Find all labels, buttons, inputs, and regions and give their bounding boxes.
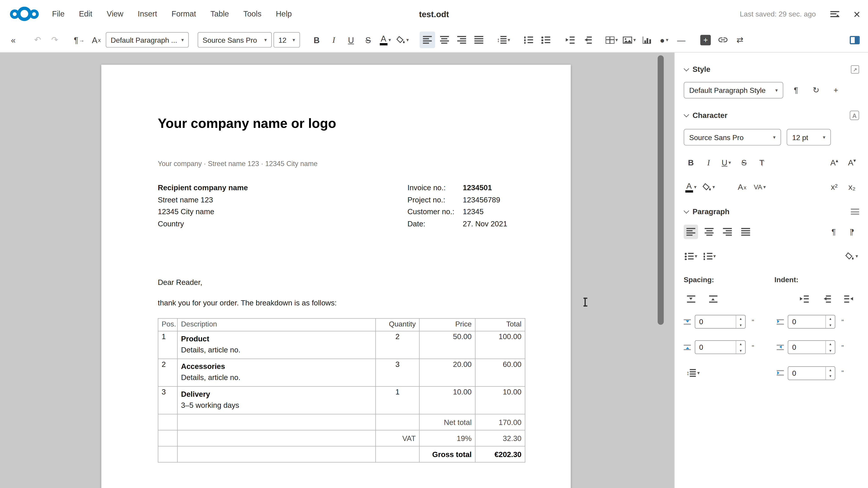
paragraph-dialog-icon[interactable] — [851, 208, 859, 215]
spin-down-icon[interactable]: ▾ — [826, 322, 835, 328]
undo-button[interactable]: ↶ — [30, 32, 45, 48]
sidebar-align-right-button[interactable] — [720, 225, 735, 239]
menu-file[interactable]: File — [52, 9, 64, 18]
shrink-font-button[interactable]: A▾ — [845, 156, 859, 170]
spin-down-icon[interactable]: ▾ — [736, 347, 745, 354]
bullet-list-button[interactable] — [538, 32, 553, 48]
collapse-toolbar-button[interactable]: « — [5, 32, 21, 48]
sidebar-bullet-list-button[interactable]: ▾ — [684, 249, 698, 263]
ordered-list-button[interactable] — [521, 32, 536, 48]
spin-down-icon[interactable]: ▾ — [826, 373, 835, 379]
track-changes-button[interactable]: ⇄ — [732, 32, 748, 48]
superscript-button[interactable]: x² — [827, 180, 842, 194]
subscript-button[interactable]: x₂ — [845, 180, 859, 194]
sidebar-align-center-button[interactable] — [702, 225, 716, 239]
menu-insert[interactable]: Insert — [138, 9, 157, 18]
sidebar-italic-button[interactable]: I — [702, 156, 716, 170]
paragraph-background-button[interactable]: ▾ — [844, 249, 859, 263]
vertical-scrollbar[interactable] — [657, 55, 664, 325]
insert-special-button[interactable]: + — [698, 32, 713, 48]
close-icon[interactable]: × — [854, 8, 860, 20]
insert-table-button[interactable]: ▾ — [604, 32, 620, 48]
spin-up-icon[interactable]: ▴ — [736, 341, 745, 347]
sidebar-clear-formatting-button[interactable]: Ax — [735, 180, 749, 194]
menu-edit[interactable]: Edit — [79, 9, 92, 18]
indent-before-stepper[interactable]: ▴▾ — [788, 315, 835, 328]
sidebar-decrease-indent-button[interactable] — [819, 292, 834, 306]
align-left-button[interactable] — [419, 32, 435, 48]
redo-button[interactable]: ↷ — [47, 32, 63, 48]
update-style-button[interactable]: ¶ — [789, 83, 803, 97]
menu-help[interactable]: Help — [276, 9, 292, 18]
character-section-header[interactable]: Character A — [684, 111, 859, 120]
new-style-button[interactable]: + — [829, 83, 843, 97]
highlight-color-button[interactable]: ▾ — [395, 32, 410, 48]
sidebar-align-justify-button[interactable] — [739, 225, 753, 239]
insert-line-button[interactable]: — — [673, 32, 689, 48]
paragraph-ltr-button[interactable]: ¶ — [827, 225, 841, 239]
style-section-header[interactable]: Style ↗ — [684, 65, 859, 74]
underline-button[interactable]: U — [343, 32, 359, 48]
menu-view[interactable]: View — [107, 9, 123, 18]
space-above-input[interactable] — [695, 318, 736, 326]
sidebar-ordered-list-button[interactable]: ▾ — [702, 249, 717, 263]
italic-button[interactable]: I — [326, 32, 342, 48]
insert-link-button[interactable] — [715, 32, 731, 48]
paragraph-style-dropdown[interactable]: Default Paragraph ...▾ — [106, 32, 189, 48]
expand-panel-icon[interactable]: ↗ — [851, 65, 859, 74]
sidebar-toggle-button[interactable] — [847, 32, 863, 48]
space-above-stepper[interactable]: ▴▾ — [694, 315, 745, 328]
menubar-toggle-icon[interactable] — [830, 11, 839, 17]
paragraph-rtl-button[interactable]: ¶ — [845, 225, 859, 239]
char-spacing-button[interactable]: VA▾ — [752, 180, 767, 194]
sidebar-bold-button[interactable]: B — [684, 156, 698, 170]
spin-up-icon[interactable]: ▴ — [736, 315, 745, 322]
spin-down-icon[interactable]: ▾ — [736, 322, 745, 328]
insert-shape-button[interactable]: ●▾ — [656, 32, 672, 48]
sidebar-font-color-button[interactable]: A ▾ — [684, 180, 698, 194]
first-line-indent-stepper[interactable]: ▴▾ — [788, 366, 835, 380]
indent-before-input[interactable] — [788, 318, 825, 326]
line-spacing-button[interactable]: ↕ ▾ — [495, 32, 512, 48]
font-color-button[interactable]: A ▾ — [377, 32, 393, 48]
insert-image-button[interactable]: ▾ — [621, 32, 638, 48]
nextcloud-logo[interactable] — [10, 6, 39, 21]
align-right-button[interactable] — [454, 32, 469, 48]
sidebar-font-size-select[interactable]: 12 pt▾ — [786, 129, 831, 145]
hanging-indent-button[interactable] — [841, 292, 856, 306]
character-dialog-icon[interactable]: A — [850, 111, 859, 120]
sidebar-strikethrough-button[interactable]: S — [737, 156, 751, 170]
shadow-button[interactable]: T — [754, 156, 769, 170]
menu-table[interactable]: Table — [211, 9, 229, 18]
sidebar-highlight-button[interactable]: ▾ — [702, 180, 716, 194]
sidebar-line-spacing-button[interactable]: ↕ ▾ — [684, 366, 702, 380]
clone-formatting-button[interactable]: ¶→ — [71, 32, 87, 48]
indent-after-stepper[interactable]: ▴▾ — [788, 340, 835, 354]
bold-button[interactable]: B — [309, 32, 324, 48]
spin-up-icon[interactable]: ▴ — [826, 315, 835, 322]
menu-tools[interactable]: Tools — [243, 9, 261, 18]
align-center-button[interactable] — [436, 32, 452, 48]
sidebar-align-left-button[interactable] — [684, 225, 698, 239]
sidebar-font-name-select[interactable]: Source Sans Pro▾ — [684, 129, 781, 145]
sidebar-increase-indent-button[interactable] — [797, 292, 812, 306]
clear-formatting-button[interactable]: Ax — [89, 32, 104, 48]
menu-format[interactable]: Format — [172, 9, 196, 18]
paragraph-section-header[interactable]: Paragraph — [684, 207, 859, 216]
refresh-style-button[interactable]: ↻ — [809, 83, 823, 97]
increase-indent-button[interactable] — [562, 32, 578, 48]
decrease-indent-button[interactable] — [579, 32, 595, 48]
insert-chart-button[interactable] — [639, 32, 655, 48]
increase-para-spacing-button[interactable] — [684, 292, 698, 306]
space-below-stepper[interactable]: ▴▾ — [694, 340, 745, 354]
strikethrough-button[interactable]: S — [360, 32, 376, 48]
font-size-dropdown[interactable]: 12▾ — [274, 32, 300, 48]
space-below-input[interactable] — [695, 343, 736, 351]
indent-after-input[interactable] — [788, 343, 825, 351]
spin-up-icon[interactable]: ▴ — [826, 366, 835, 373]
decrease-para-spacing-button[interactable] — [706, 292, 720, 306]
sidebar-underline-button[interactable]: U▾ — [719, 156, 734, 170]
first-line-indent-input[interactable] — [788, 369, 825, 377]
paragraph-style-select[interactable]: Default Paragraph Style▾ — [684, 82, 783, 98]
spin-up-icon[interactable]: ▴ — [826, 341, 835, 347]
